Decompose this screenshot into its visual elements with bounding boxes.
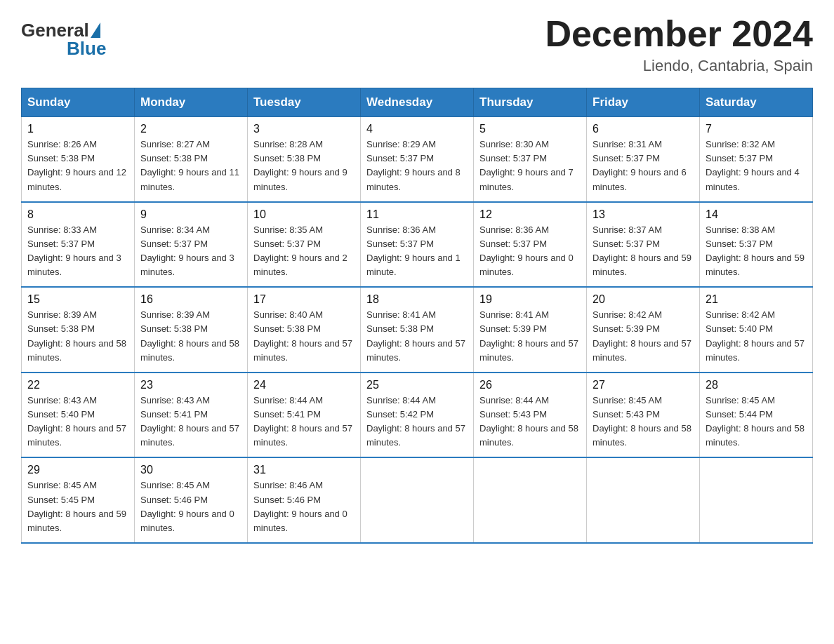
calendar-cell: 8 Sunrise: 8:33 AMSunset: 5:37 PMDayligh… [22, 202, 135, 288]
day-number: 10 [253, 208, 355, 221]
calendar-cell: 11 Sunrise: 8:36 AMSunset: 5:37 PMDaylig… [361, 202, 474, 288]
day-number: 6 [593, 123, 694, 135]
day-number: 27 [593, 379, 694, 391]
day-info: Sunrise: 8:42 AMSunset: 5:39 PMDaylight:… [593, 309, 691, 362]
calendar-cell: 2 Sunrise: 8:27 AMSunset: 5:38 PMDayligh… [135, 117, 248, 202]
day-info: Sunrise: 8:41 AMSunset: 5:38 PMDaylight:… [366, 309, 465, 362]
header-tuesday: Tuesday [248, 88, 361, 117]
calendar-week-row: 15 Sunrise: 8:39 AMSunset: 5:38 PMDaylig… [22, 287, 813, 373]
day-info: Sunrise: 8:33 AMSunset: 5:37 PMDaylight:… [27, 224, 121, 277]
day-info: Sunrise: 8:30 AMSunset: 5:37 PMDaylight:… [479, 139, 574, 192]
day-number: 31 [253, 464, 355, 476]
day-number: 7 [706, 123, 807, 135]
day-number: 9 [140, 208, 241, 221]
calendar-cell: 26 Sunrise: 8:44 AMSunset: 5:43 PMDaylig… [474, 373, 587, 458]
day-info: Sunrise: 8:43 AMSunset: 5:40 PMDaylight:… [27, 395, 126, 448]
calendar-cell: 13 Sunrise: 8:37 AMSunset: 5:37 PMDaylig… [587, 202, 700, 288]
title-area: December 2024 Liendo, Cantabria, Spain [545, 14, 813, 75]
day-info: Sunrise: 8:40 AMSunset: 5:38 PMDaylight:… [253, 309, 352, 362]
day-info: Sunrise: 8:35 AMSunset: 5:37 PMDaylight:… [253, 224, 348, 277]
day-number: 11 [366, 208, 468, 221]
day-number: 26 [479, 379, 581, 391]
day-number: 20 [593, 293, 694, 306]
day-info: Sunrise: 8:32 AMSunset: 5:37 PMDaylight:… [706, 139, 800, 192]
calendar-cell: 1 Sunrise: 8:26 AMSunset: 5:38 PMDayligh… [22, 117, 135, 202]
day-number: 1 [27, 123, 128, 135]
calendar-cell: 5 Sunrise: 8:30 AMSunset: 5:37 PMDayligh… [474, 117, 587, 202]
calendar-cell [361, 457, 474, 543]
day-info: Sunrise: 8:26 AMSunset: 5:38 PMDaylight:… [27, 139, 126, 192]
day-info: Sunrise: 8:29 AMSunset: 5:37 PMDaylight:… [366, 139, 461, 192]
calendar-cell: 6 Sunrise: 8:31 AMSunset: 5:37 PMDayligh… [587, 117, 700, 202]
day-info: Sunrise: 8:45 AMSunset: 5:43 PMDaylight:… [593, 395, 691, 448]
logo-blue-text: Blue [67, 39, 106, 58]
logo-underscore [21, 39, 67, 58]
header-friday: Friday [587, 88, 700, 117]
calendar-cell: 14 Sunrise: 8:38 AMSunset: 5:37 PMDaylig… [700, 202, 813, 288]
day-info: Sunrise: 8:28 AMSunset: 5:38 PMDaylight:… [253, 139, 348, 192]
calendar-week-row: 8 Sunrise: 8:33 AMSunset: 5:37 PMDayligh… [22, 202, 813, 288]
day-info: Sunrise: 8:36 AMSunset: 5:37 PMDaylight:… [479, 224, 574, 277]
day-info: Sunrise: 8:39 AMSunset: 5:38 PMDaylight:… [140, 309, 239, 362]
day-info: Sunrise: 8:44 AMSunset: 5:43 PMDaylight:… [479, 395, 578, 448]
calendar-cell: 22 Sunrise: 8:43 AMSunset: 5:40 PMDaylig… [22, 373, 135, 458]
calendar-cell: 10 Sunrise: 8:35 AMSunset: 5:37 PMDaylig… [248, 202, 361, 288]
day-info: Sunrise: 8:37 AMSunset: 5:37 PMDaylight:… [593, 224, 691, 277]
day-number: 18 [366, 293, 468, 306]
header-wednesday: Wednesday [361, 88, 474, 117]
calendar-cell: 21 Sunrise: 8:42 AMSunset: 5:40 PMDaylig… [700, 287, 813, 373]
day-info: Sunrise: 8:38 AMSunset: 5:37 PMDaylight:… [706, 224, 805, 277]
calendar-cell: 20 Sunrise: 8:42 AMSunset: 5:39 PMDaylig… [587, 287, 700, 373]
header-monday: Monday [135, 88, 248, 117]
day-number: 29 [27, 464, 128, 476]
calendar-cell: 19 Sunrise: 8:41 AMSunset: 5:39 PMDaylig… [474, 287, 587, 373]
day-info: Sunrise: 8:41 AMSunset: 5:39 PMDaylight:… [479, 309, 578, 362]
day-info: Sunrise: 8:42 AMSunset: 5:40 PMDaylight:… [706, 309, 805, 362]
day-number: 13 [593, 208, 694, 221]
calendar-cell: 7 Sunrise: 8:32 AMSunset: 5:37 PMDayligh… [700, 117, 813, 202]
logo: General Blue [21, 21, 106, 58]
day-number: 23 [140, 379, 241, 391]
day-info: Sunrise: 8:45 AMSunset: 5:45 PMDaylight:… [27, 480, 126, 532]
calendar-cell: 18 Sunrise: 8:41 AMSunset: 5:38 PMDaylig… [361, 287, 474, 373]
header-thursday: Thursday [474, 88, 587, 117]
day-number: 22 [27, 379, 128, 391]
header-saturday: Saturday [700, 88, 813, 117]
calendar-cell: 29 Sunrise: 8:45 AMSunset: 5:45 PMDaylig… [22, 457, 135, 543]
day-number: 5 [479, 123, 581, 135]
calendar-table: Sunday Monday Tuesday Wednesday Thursday… [21, 88, 813, 544]
calendar-cell: 4 Sunrise: 8:29 AMSunset: 5:37 PMDayligh… [361, 117, 474, 202]
calendar-cell: 17 Sunrise: 8:40 AMSunset: 5:38 PMDaylig… [248, 287, 361, 373]
calendar-cell: 24 Sunrise: 8:44 AMSunset: 5:41 PMDaylig… [248, 373, 361, 458]
day-info: Sunrise: 8:44 AMSunset: 5:41 PMDaylight:… [253, 395, 352, 448]
calendar-cell: 15 Sunrise: 8:39 AMSunset: 5:38 PMDaylig… [22, 287, 135, 373]
calendar-cell: 27 Sunrise: 8:45 AMSunset: 5:43 PMDaylig… [587, 373, 700, 458]
day-number: 17 [253, 293, 355, 306]
calendar-week-row: 22 Sunrise: 8:43 AMSunset: 5:40 PMDaylig… [22, 373, 813, 458]
calendar-cell [700, 457, 813, 543]
day-info: Sunrise: 8:27 AMSunset: 5:38 PMDaylight:… [140, 139, 239, 192]
calendar-week-row: 1 Sunrise: 8:26 AMSunset: 5:38 PMDayligh… [22, 117, 813, 202]
calendar-cell [587, 457, 700, 543]
calendar-cell [474, 457, 587, 543]
day-info: Sunrise: 8:34 AMSunset: 5:37 PMDaylight:… [140, 224, 234, 277]
day-info: Sunrise: 8:39 AMSunset: 5:38 PMDaylight:… [27, 309, 126, 362]
calendar-cell: 16 Sunrise: 8:39 AMSunset: 5:38 PMDaylig… [135, 287, 248, 373]
day-info: Sunrise: 8:45 AMSunset: 5:46 PMDaylight:… [140, 480, 234, 532]
day-info: Sunrise: 8:31 AMSunset: 5:37 PMDaylight:… [593, 139, 687, 192]
header: General Blue December 2024 Liendo, Canta… [21, 14, 813, 75]
day-info: Sunrise: 8:43 AMSunset: 5:41 PMDaylight:… [140, 395, 239, 448]
day-number: 24 [253, 379, 355, 391]
day-number: 30 [140, 464, 241, 476]
day-number: 16 [140, 293, 241, 306]
day-number: 4 [366, 123, 468, 135]
calendar-cell: 12 Sunrise: 8:36 AMSunset: 5:37 PMDaylig… [474, 202, 587, 288]
logo-general-text: General [21, 21, 89, 39]
calendar-cell: 25 Sunrise: 8:44 AMSunset: 5:42 PMDaylig… [361, 373, 474, 458]
day-number: 2 [140, 123, 241, 135]
calendar-title: December 2024 [545, 14, 813, 54]
day-number: 21 [706, 293, 807, 306]
day-number: 28 [706, 379, 807, 391]
calendar-week-row: 29 Sunrise: 8:45 AMSunset: 5:45 PMDaylig… [22, 457, 813, 543]
logo-triangle-icon [91, 22, 100, 38]
